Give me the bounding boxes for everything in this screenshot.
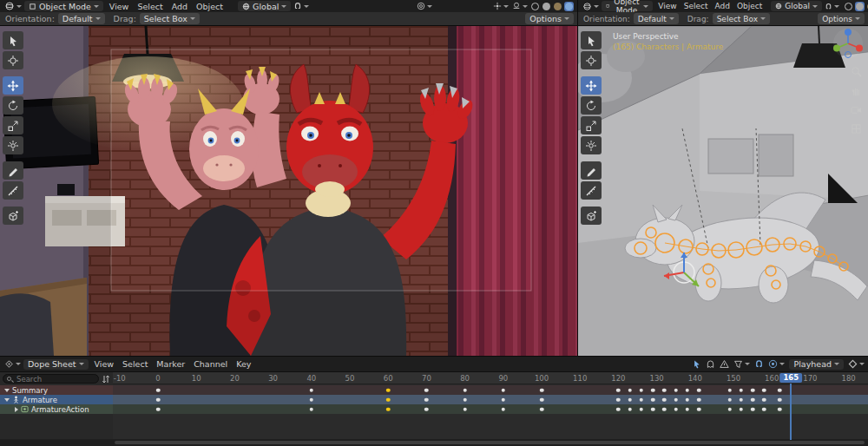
keyframe[interactable] bbox=[463, 388, 467, 392]
keyframe[interactable] bbox=[540, 388, 544, 392]
keyframe[interactable] bbox=[616, 397, 621, 402]
3d-scene-rendered[interactable] bbox=[0, 26, 577, 356]
channel-armature-action[interactable]: ArmatureAction bbox=[0, 404, 113, 414]
keyframe[interactable] bbox=[727, 388, 732, 392]
keyframe[interactable] bbox=[540, 397, 544, 402]
keyframe[interactable] bbox=[502, 388, 506, 392]
shading-wireframe-button[interactable] bbox=[530, 2, 540, 11]
keyframe[interactable] bbox=[156, 407, 161, 411]
keyframe[interactable] bbox=[651, 388, 655, 392]
3d-scene-solid[interactable] bbox=[578, 26, 868, 356]
tool-rotate[interactable] bbox=[3, 96, 23, 115]
snap-toggle[interactable] bbox=[824, 2, 840, 11]
snap-magnet-icon[interactable] bbox=[754, 359, 764, 369]
horizontal-scrollbar[interactable] bbox=[0, 439, 868, 446]
tool-cursor[interactable] bbox=[581, 51, 602, 69]
zoom-icon[interactable] bbox=[851, 66, 862, 77]
channel-armature[interactable]: Armature bbox=[0, 395, 113, 404]
keying-diamond-icon[interactable] bbox=[848, 359, 858, 369]
tool-rotate[interactable] bbox=[581, 96, 602, 115]
snap-target-dropdown[interactable]: Playhead bbox=[789, 359, 844, 370]
menu-view[interactable]: View bbox=[90, 359, 119, 369]
keyframe[interactable] bbox=[502, 397, 506, 402]
keyframe-row-armature[interactable] bbox=[113, 395, 868, 404]
keyframe[interactable] bbox=[727, 407, 732, 411]
tool-scale[interactable] bbox=[3, 116, 23, 134]
keyframe[interactable] bbox=[778, 388, 782, 392]
tool-measure[interactable] bbox=[581, 181, 602, 200]
keyframe[interactable] bbox=[640, 388, 644, 392]
keyframe[interactable] bbox=[778, 397, 782, 402]
tool-select-box[interactable] bbox=[3, 31, 23, 49]
keyframe[interactable] bbox=[628, 407, 632, 411]
menu-view[interactable]: View bbox=[654, 2, 680, 10]
keyframe[interactable] bbox=[686, 388, 690, 392]
ortho-grid-icon[interactable] bbox=[851, 123, 862, 134]
keyframe[interactable] bbox=[640, 407, 644, 411]
keyframe[interactable] bbox=[651, 397, 655, 402]
keyframe[interactable] bbox=[424, 407, 429, 411]
keyframe[interactable] bbox=[616, 388, 621, 392]
expand-toggle-icon[interactable] bbox=[4, 389, 10, 392]
drag-dropdown[interactable]: Select Box bbox=[713, 13, 770, 24]
dope-sheet-timeline[interactable]: -100102030405060708090100110120130140150… bbox=[113, 372, 868, 440]
proportional-edit-icon[interactable] bbox=[768, 359, 778, 369]
show-errors-icon[interactable] bbox=[720, 359, 729, 369]
tool-scale[interactable] bbox=[581, 116, 602, 134]
mode-dropdown[interactable]: Object Mode bbox=[602, 1, 653, 11]
transform-orientation-dropdown[interactable]: Global bbox=[771, 1, 822, 11]
keyframe[interactable] bbox=[762, 388, 766, 392]
keyframe[interactable] bbox=[697, 407, 701, 411]
shading-solid-button[interactable] bbox=[855, 2, 865, 11]
editor-type-button[interactable] bbox=[582, 1, 600, 12]
proportional-edit-toggle[interactable] bbox=[416, 1, 433, 11]
overlays-toggle[interactable] bbox=[511, 1, 529, 11]
keyframe[interactable] bbox=[674, 397, 678, 402]
keyframe[interactable] bbox=[386, 407, 391, 411]
keyframe[interactable] bbox=[463, 397, 467, 402]
keyframe[interactable] bbox=[697, 397, 701, 402]
menu-object[interactable]: Object bbox=[733, 2, 766, 10]
shading-material-button[interactable] bbox=[553, 2, 562, 11]
keyframe[interactable] bbox=[662, 397, 667, 402]
channel-summary[interactable]: Summary bbox=[0, 385, 113, 395]
keyframe[interactable] bbox=[310, 397, 314, 402]
snap-toggle[interactable] bbox=[293, 1, 310, 11]
keyframe-row-summary[interactable] bbox=[113, 385, 868, 395]
keyframe[interactable] bbox=[156, 397, 161, 402]
transform-orientation-dropdown[interactable]: Global bbox=[238, 1, 291, 11]
drag-dropdown[interactable]: Select Box bbox=[140, 13, 200, 24]
shading-solid-button[interactable] bbox=[542, 2, 551, 11]
keyframe[interactable] bbox=[424, 397, 429, 402]
orientation-dropdown[interactable]: Default bbox=[634, 13, 679, 24]
options-dropdown[interactable]: Options bbox=[525, 13, 574, 24]
menu-marker[interactable]: Marker bbox=[152, 359, 189, 369]
keyframe[interactable] bbox=[540, 407, 544, 411]
pan-hand-icon[interactable] bbox=[851, 85, 862, 96]
keyframe[interactable] bbox=[156, 388, 161, 392]
tool-transform[interactable] bbox=[3, 136, 23, 154]
keyframe[interactable] bbox=[386, 388, 391, 392]
keyframe[interactable] bbox=[424, 388, 429, 392]
menu-add[interactable]: Add bbox=[711, 2, 733, 10]
menu-channel[interactable]: Channel bbox=[189, 359, 232, 369]
keyframe[interactable] bbox=[628, 388, 632, 392]
keyframe[interactable] bbox=[697, 388, 701, 392]
filter-funnel-icon[interactable] bbox=[733, 359, 743, 369]
keyframe[interactable] bbox=[686, 397, 690, 402]
camera-view-icon[interactable] bbox=[851, 104, 862, 115]
tool-move[interactable] bbox=[3, 76, 23, 95]
keyframe[interactable] bbox=[740, 407, 744, 411]
scrollbar-thumb[interactable] bbox=[115, 441, 865, 444]
keyframe[interactable] bbox=[674, 407, 678, 411]
keyframe[interactable] bbox=[751, 397, 755, 402]
keyframe[interactable] bbox=[662, 388, 667, 392]
expand-toggle-icon[interactable] bbox=[15, 407, 18, 412]
channel-search-input[interactable] bbox=[3, 374, 99, 384]
shading-rendered-button[interactable] bbox=[564, 2, 574, 11]
keyframe[interactable] bbox=[751, 407, 755, 411]
keyframe[interactable] bbox=[310, 407, 314, 411]
show-hidden-ghost-icon[interactable] bbox=[706, 359, 715, 369]
tool-add-cube[interactable] bbox=[581, 207, 602, 225]
dope-sheet-mode-dropdown[interactable]: Dope Sheet bbox=[23, 359, 89, 370]
